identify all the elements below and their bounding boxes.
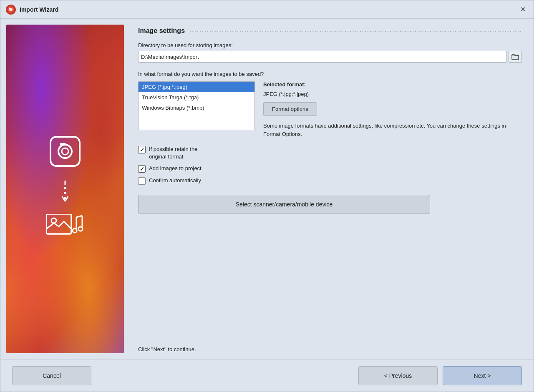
format-list[interactable]: JPEG (*.jpg;*.jpeg) TrueVision Targa (*.…	[138, 81, 255, 130]
media-music-icon	[46, 214, 84, 243]
add-images-label: Add images to project	[149, 165, 202, 172]
right-panel: Image settings Directory to be used for …	[130, 19, 534, 359]
svg-rect-4	[50, 137, 80, 166]
confirm-auto-row: Confirm automatically	[138, 177, 522, 185]
left-panel	[0, 19, 130, 359]
svg-point-10	[64, 192, 66, 194]
next-button[interactable]: Next >	[443, 366, 522, 385]
dialog-title: Import Wizard	[20, 6, 517, 13]
retain-format-label: If possible retain the original format	[149, 146, 197, 161]
arrow-dots	[60, 181, 70, 201]
svg-point-3	[9, 8, 10, 9]
footer-left: Cancel	[12, 366, 91, 385]
format-right: Selected format: JPEG (*.jpg;*.jpeg) For…	[263, 81, 522, 138]
svg-point-9	[64, 187, 66, 189]
format-item-bmp[interactable]: Windows Bitmaps (*.bmp)	[139, 103, 254, 113]
svg-point-6	[62, 148, 68, 155]
main-content: Image settings Directory to be used for …	[0, 19, 534, 359]
confirm-auto-checkbox[interactable]	[138, 177, 146, 185]
svg-point-5	[58, 145, 72, 158]
browse-button[interactable]	[509, 51, 522, 63]
add-images-checkbox[interactable]: ✓	[138, 165, 146, 173]
svg-point-18	[78, 227, 83, 231]
selected-format-label: Selected format:	[263, 81, 522, 88]
retain-format-checkbox[interactable]: ✓	[138, 146, 146, 153]
section-title: Image settings	[138, 27, 185, 35]
footer: Cancel < Previous Next >	[0, 359, 534, 392]
previous-button[interactable]: < Previous	[358, 366, 438, 385]
retain-format-check-mark: ✓	[140, 147, 144, 153]
checkboxes-section: ✓ If possible retain the original format…	[138, 146, 522, 185]
confirm-auto-label: Confirm automatically	[149, 177, 201, 184]
section-header: Image settings	[138, 27, 522, 35]
format-item-jpeg[interactable]: JPEG (*.jpg;*.jpeg)	[139, 82, 254, 92]
format-help-text: Some image formats have additional setti…	[263, 122, 522, 138]
directory-label: Directory to be used for storing images:	[138, 42, 522, 48]
svg-point-17	[73, 229, 77, 233]
close-button[interactable]: ✕	[517, 4, 529, 15]
retain-format-row: ✓ If possible retain the original format	[138, 146, 522, 161]
camera-round-icon	[48, 135, 82, 168]
app-icon	[5, 4, 16, 15]
directory-input[interactable]	[138, 51, 507, 63]
footer-right: < Previous Next >	[358, 366, 522, 385]
folder-icon	[511, 53, 519, 60]
directory-row	[138, 51, 522, 63]
photo-background	[6, 25, 124, 353]
bottom-hint: Click "Next" to continue.	[138, 346, 522, 352]
format-options-button[interactable]: Format options	[263, 102, 317, 116]
select-device-button[interactable]: Select scanner/camera/mobile device	[138, 195, 430, 214]
preview-image	[6, 25, 124, 353]
svg-rect-12	[46, 214, 71, 234]
selected-format-value: JPEG (*.jpg;*.jpeg)	[263, 91, 522, 97]
svg-line-14	[76, 216, 82, 217]
section-divider	[190, 31, 522, 32]
overlay-icons	[6, 25, 124, 353]
svg-rect-7	[60, 143, 66, 146]
titlebar: Import Wizard ✕	[0, 0, 534, 19]
format-question: In what format do you want the images to…	[138, 71, 522, 77]
format-section: JPEG (*.jpg;*.jpeg) TrueVision Targa (*.…	[138, 81, 522, 138]
cancel-button[interactable]: Cancel	[12, 366, 91, 385]
dialog-window: Import Wizard ✕	[0, 0, 534, 392]
format-item-tga[interactable]: TrueVision Targa (*.tga)	[139, 92, 254, 103]
add-images-row: ✓ Add images to project	[138, 165, 522, 173]
add-images-check-mark: ✓	[140, 166, 144, 172]
format-list-spacer	[139, 113, 254, 130]
